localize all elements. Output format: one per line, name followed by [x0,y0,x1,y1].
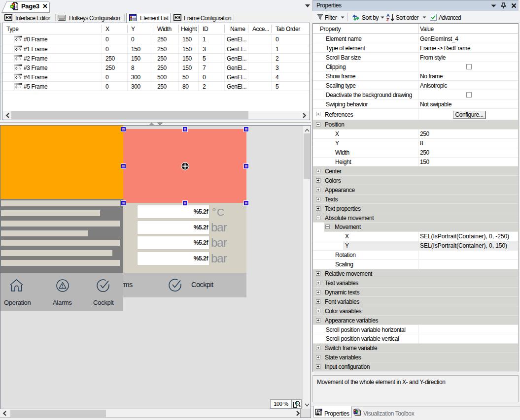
svg-text:Z: Z [386,17,389,22]
